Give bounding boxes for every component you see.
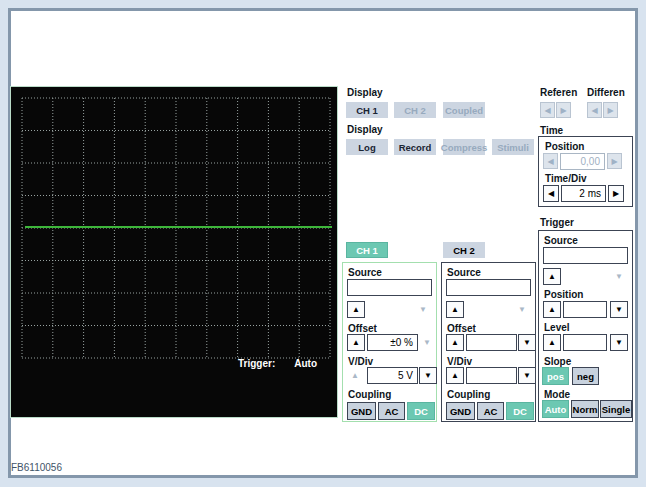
ch2-coupling-gnd-button[interactable]: GND <box>446 402 475 420</box>
ch2-offset-down-button[interactable]: ▼ <box>518 334 536 351</box>
down-arrow-icon: ▼ <box>523 338 531 347</box>
time-position-label: Position <box>545 141 584 152</box>
difference-label: Differen <box>587 87 625 98</box>
ch2-vdiv-down-button[interactable]: ▼ <box>518 367 536 384</box>
down-arrow-icon: ▼ <box>419 305 427 314</box>
trigger-readout-label: Trigger: <box>238 358 275 369</box>
display-compress-button[interactable]: Compress <box>443 139 485 155</box>
ch2-source-up-button[interactable]: ▲ <box>446 301 464 318</box>
ch1-vdiv-field[interactable]: 5 V <box>367 367 418 384</box>
up-arrow-icon: ▲ <box>548 338 556 347</box>
right-arrow-icon: ▶ <box>611 157 617 166</box>
ch2-coupling-label: Coupling <box>447 389 490 400</box>
ch1-vdiv-down-button[interactable]: ▼ <box>419 367 437 384</box>
trigger-slope-label: Slope <box>544 356 571 367</box>
down-arrow-icon: ▼ <box>518 305 526 314</box>
ch1-coupling-ac-button[interactable]: AC <box>378 402 405 420</box>
left-arrow-icon: ◀ <box>591 106 597 115</box>
display-ch1-button[interactable]: CH 1 <box>346 102 388 118</box>
ch2-offset-field[interactable] <box>466 334 517 351</box>
ch2-tab[interactable]: CH 2 <box>443 242 485 258</box>
ch1-source-up-button[interactable]: ▲ <box>347 301 365 318</box>
display-modes-label: Display <box>347 124 383 135</box>
trigger-slope-pos-button[interactable]: pos <box>542 367 569 385</box>
trigger-source-field[interactable] <box>543 247 628 264</box>
trigger-position-down-button[interactable]: ▼ <box>610 301 628 318</box>
ch2-offset-label: Offset <box>447 323 476 334</box>
timediv-increment-button[interactable]: ▶ <box>608 185 624 202</box>
oscilloscope-app: Trigger: Auto Display CH 1 CH 2 Coupled … <box>0 0 646 487</box>
trigger-level-up-button[interactable]: ▲ <box>543 334 561 351</box>
ch1-source-down-button[interactable]: ▼ <box>415 301 431 318</box>
trace-line <box>25 226 332 228</box>
trigger-level-field[interactable] <box>563 334 607 351</box>
ch1-tab[interactable]: CH 1 <box>346 242 388 258</box>
display-ch2-button[interactable]: CH 2 <box>394 102 436 118</box>
timediv-field[interactable]: 2 ms <box>561 185 606 202</box>
display-stimuli-button[interactable]: Stimuli <box>492 139 534 155</box>
ch1-offset-label: Offset <box>348 323 377 334</box>
trigger-readout-value: Auto <box>294 358 317 369</box>
trigger-level-down-button[interactable]: ▼ <box>610 334 628 351</box>
left-arrow-icon: ◀ <box>547 157 553 166</box>
trigger-group-label: Trigger <box>540 217 574 228</box>
trigger-mode-norm-button[interactable]: Norm <box>571 400 599 418</box>
trigger-mode-auto-button[interactable]: Auto <box>542 400 569 418</box>
ch1-offset-field[interactable]: ±0 % <box>367 334 418 351</box>
trigger-position-label: Position <box>544 289 583 300</box>
trigger-source-down-button[interactable]: ▼ <box>611 268 627 285</box>
ch1-coupling-dc-button[interactable]: DC <box>407 402 435 420</box>
ch1-vdiv-up-button[interactable]: ▲ <box>347 367 363 384</box>
down-arrow-icon: ▼ <box>424 371 432 380</box>
display-record-button[interactable]: Record <box>394 139 436 155</box>
ch2-offset-up-button[interactable]: ▲ <box>446 334 464 351</box>
ch2-source-down-button[interactable]: ▼ <box>514 301 530 318</box>
trigger-slope-neg-button[interactable]: neg <box>572 367 599 385</box>
ch1-offset-up-button[interactable]: ▲ <box>347 334 365 351</box>
ch2-coupling-dc-button[interactable]: DC <box>506 402 534 420</box>
trigger-position-up-button[interactable]: ▲ <box>543 301 561 318</box>
ch2-coupling-ac-button[interactable]: AC <box>477 402 504 420</box>
ch1-source-field[interactable] <box>347 279 432 296</box>
ch2-vdiv-field[interactable] <box>466 367 517 384</box>
down-arrow-icon: ▼ <box>615 272 623 281</box>
trigger-source-label: Source <box>544 235 578 246</box>
ch2-vdiv-up-button[interactable]: ▲ <box>446 367 464 384</box>
right-arrow-icon: ▶ <box>607 106 613 115</box>
display-coupled-button[interactable]: Coupled <box>443 102 485 118</box>
reference-next-button[interactable]: ▶ <box>556 102 571 118</box>
up-arrow-icon: ▲ <box>548 305 556 314</box>
left-arrow-icon: ◀ <box>544 106 550 115</box>
ch1-source-label: Source <box>348 267 382 278</box>
trigger-position-field[interactable] <box>563 301 607 318</box>
time-position-decrement-button[interactable]: ◀ <box>543 153 558 169</box>
time-position-increment-button[interactable]: ▶ <box>607 153 622 169</box>
reference-prev-button[interactable]: ◀ <box>540 102 555 118</box>
ch1-vdiv-label: V/Div <box>348 356 373 367</box>
trigger-source-up-button[interactable]: ▲ <box>543 268 561 285</box>
trigger-mode-single-button[interactable]: Single <box>600 400 632 418</box>
ch2-panel: Source ▲ ▼ Offset ▲ ▼ V/Div ▲ ▼ Coupling… <box>441 262 536 422</box>
up-arrow-icon: ▲ <box>451 338 459 347</box>
ch1-offset-down-button[interactable]: ▼ <box>419 334 435 351</box>
trigger-readout: Trigger: Auto <box>238 358 317 369</box>
up-arrow-icon: ▲ <box>451 371 459 380</box>
ch2-source-field[interactable] <box>446 279 531 296</box>
ch2-source-label: Source <box>447 267 481 278</box>
up-arrow-icon: ▲ <box>351 371 359 380</box>
display-log-button[interactable]: Log <box>346 139 388 155</box>
difference-next-button[interactable]: ▶ <box>603 102 618 118</box>
display-channels-label: Display <box>347 87 383 98</box>
left-arrow-icon: ◀ <box>548 189 554 198</box>
scope-grid <box>21 97 331 359</box>
difference-prev-button[interactable]: ◀ <box>587 102 602 118</box>
up-arrow-icon: ▲ <box>352 338 360 347</box>
down-arrow-icon: ▼ <box>423 338 431 347</box>
ch1-coupling-gnd-button[interactable]: GND <box>347 402 376 420</box>
timediv-decrement-button[interactable]: ◀ <box>543 185 559 202</box>
timediv-label: Time/Div <box>545 173 587 184</box>
trigger-mode-label: Mode <box>544 389 570 400</box>
reference-label: Referen <box>540 87 577 98</box>
figure-code: FB6110056 <box>11 462 62 473</box>
time-position-field[interactable]: 0,00 <box>560 153 605 170</box>
